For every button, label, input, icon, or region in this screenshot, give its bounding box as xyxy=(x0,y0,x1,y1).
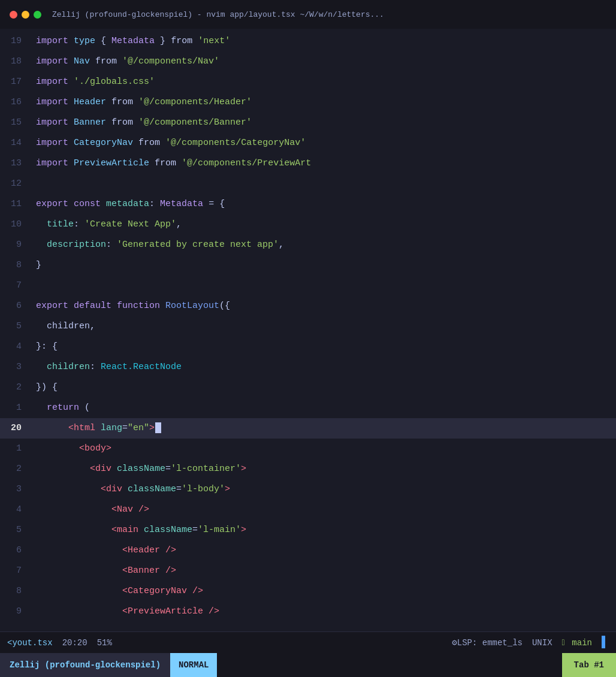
line-number: 9 xyxy=(0,235,31,255)
line-number: 7 xyxy=(0,276,31,296)
code-line: 7 xyxy=(0,276,616,296)
line-content: }: { xyxy=(31,337,58,357)
code-line: 4 }: { xyxy=(0,337,616,357)
line-number: 1 xyxy=(0,439,31,459)
code-line: 18 import Nav from '@/components/Nav' xyxy=(0,52,616,72)
code-line: 10 title: 'Create Next App', xyxy=(0,214,616,235)
line-content: import type { Metadata } from 'next' xyxy=(31,31,230,52)
editor: 19 import type { Metadata } from 'next' … xyxy=(0,29,616,631)
line-content: import Nav from '@/components/Nav' xyxy=(31,52,219,72)
line-content: <div className='l-container'> xyxy=(31,459,246,479)
code-line: 1 return ( xyxy=(0,398,616,418)
code-line: 9 description: 'Generated by create next… xyxy=(0,235,616,255)
line-number: 4 xyxy=(0,337,31,357)
titlebar: Zellij (profound-glockenspiel) - nvim ap… xyxy=(0,0,616,29)
zellij-bar: Zellij (profound-glockenspiel) NORMAL Ta… xyxy=(0,653,616,677)
code-area[interactable]: 19 import type { Metadata } from 'next' … xyxy=(0,29,616,631)
zellij-tab[interactable]: Tab #1 xyxy=(562,653,616,677)
code-line: 6 <Header /> xyxy=(0,540,616,561)
code-line: 17 import './globals.css' xyxy=(0,72,616,92)
zellij-mode-badge: NORMAL xyxy=(170,653,217,677)
minimize-button[interactable] xyxy=(22,11,29,19)
line-content: export const metadata: Metadata = { xyxy=(31,194,225,214)
line-content: import Header from '@/components/Header' xyxy=(31,92,252,113)
line-content: } xyxy=(31,255,41,276)
line-number: 2 xyxy=(0,377,31,398)
line-number: 8 xyxy=(0,581,31,602)
line-content: <CategoryNav /> xyxy=(31,581,203,602)
window-title: Zellij (profound-glockenspiel) - nvim ap… xyxy=(52,10,384,19)
code-line: 5 children, xyxy=(0,316,616,337)
line-content: children, xyxy=(31,316,95,337)
line-number: 17 xyxy=(0,72,31,92)
line-content: export default function RootLayout({ xyxy=(31,296,230,316)
maximize-button[interactable] xyxy=(34,11,41,19)
line-number: 11 xyxy=(0,194,31,214)
line-number: 5 xyxy=(0,316,31,337)
statusbar: <yout.tsx 20:20 51% ⚙LSP: emmet_ls UNIX … xyxy=(0,631,616,653)
code-line: 2 <div className='l-container'> xyxy=(0,459,616,479)
line-number: 1 xyxy=(0,398,31,418)
line-content: <main className='l-main'> xyxy=(31,520,246,540)
line-content: <div className='l-body'> xyxy=(31,479,230,500)
line-number: 6 xyxy=(0,540,31,561)
line-content: description: 'Generated by create next a… xyxy=(31,235,284,255)
line-content: <Nav /> xyxy=(31,500,149,520)
status-branch: 󰘬 main xyxy=(562,638,592,648)
line-content: children: React.ReactNode xyxy=(31,357,182,377)
status-indicator: ▌ xyxy=(602,636,609,649)
status-encoding: UNIX xyxy=(532,638,552,648)
line-content xyxy=(31,276,41,296)
status-percent: 51% xyxy=(97,638,112,648)
line-content: <PreviewArticle /> xyxy=(31,602,219,622)
line-content: title: 'Create Next App', xyxy=(31,214,182,235)
code-line: 8 <CategoryNav /> xyxy=(0,581,616,602)
line-number: 10 xyxy=(0,214,31,235)
line-number: 18 xyxy=(0,52,31,72)
line-number: 19 xyxy=(0,31,31,52)
code-line: 4 <Nav /> xyxy=(0,500,616,520)
line-number-current: 20 xyxy=(0,418,31,439)
line-number: 4 xyxy=(0,500,31,520)
code-line-current: 20 <html lang="en"> xyxy=(0,418,616,439)
line-number: 3 xyxy=(0,357,31,377)
code-line: 12 xyxy=(0,174,616,194)
code-line: 5 <main className='l-main'> xyxy=(0,520,616,540)
line-content: import Banner from '@/components/Banner' xyxy=(31,113,252,133)
line-number: 8 xyxy=(0,255,31,276)
zellij-middle: NORMAL xyxy=(170,653,562,677)
close-button[interactable] xyxy=(10,11,17,19)
line-number: 6 xyxy=(0,296,31,316)
code-line: 11 export const metadata: Metadata = { xyxy=(0,194,616,214)
status-lsp: ⚙LSP: emmet_ls xyxy=(452,637,523,648)
line-number: 16 xyxy=(0,92,31,113)
code-line: 16 import Header from '@/components/Head… xyxy=(0,92,616,113)
code-line: 2 }) { xyxy=(0,377,616,398)
line-content: <Header /> xyxy=(31,540,176,561)
status-position: 20:20 xyxy=(62,638,87,648)
line-content: return ( xyxy=(31,398,90,418)
line-number: 9 xyxy=(0,602,31,622)
line-content: import './globals.css' xyxy=(31,72,155,92)
line-content: <Banner /> xyxy=(31,561,176,581)
code-line: 15 import Banner from '@/components/Bann… xyxy=(0,113,616,133)
line-number: 5 xyxy=(0,520,31,540)
code-line: 3 <div className='l-body'> xyxy=(0,479,616,500)
status-filename: <yout.tsx xyxy=(7,638,53,648)
line-content xyxy=(31,174,41,194)
line-number: 13 xyxy=(0,153,31,174)
code-line: 9 <PreviewArticle /> xyxy=(0,602,616,622)
line-number: 7 xyxy=(0,561,31,581)
code-line: 8 } xyxy=(0,255,616,276)
line-number: 2 xyxy=(0,459,31,479)
zellij-app-name: Zellij (profound-glockenspiel) xyxy=(0,653,170,677)
line-number: 12 xyxy=(0,174,31,194)
line-content: }) { xyxy=(31,377,58,398)
line-content: <html lang="en"> xyxy=(31,418,161,439)
code-line: 19 import type { Metadata } from 'next' xyxy=(0,31,616,52)
line-number: 15 xyxy=(0,113,31,133)
line-number: 3 xyxy=(0,479,31,500)
traffic-lights xyxy=(10,11,41,19)
line-content: import PreviewArticle from '@/components… xyxy=(31,153,311,174)
code-line: 13 import PreviewArticle from '@/compone… xyxy=(0,153,616,174)
